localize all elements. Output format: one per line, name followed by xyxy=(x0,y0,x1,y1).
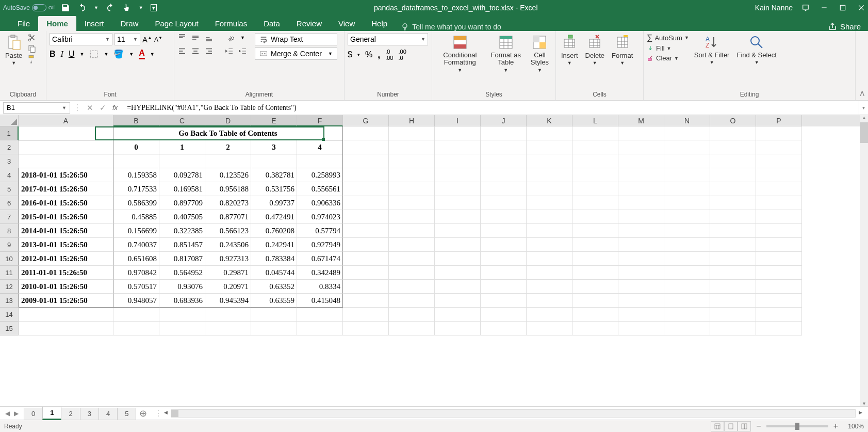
row-header[interactable]: 1 xyxy=(0,126,19,140)
cell[interactable] xyxy=(435,168,481,182)
qat-customize[interactable]: ▾ xyxy=(151,4,157,11)
cell[interactable] xyxy=(527,196,572,210)
cell[interactable] xyxy=(389,168,435,182)
increase-font-icon[interactable]: A▲ xyxy=(142,35,152,44)
cell[interactable]: 0.586399 xyxy=(113,196,159,210)
cell[interactable] xyxy=(572,308,618,322)
cell[interactable] xyxy=(481,308,527,322)
cell[interactable] xyxy=(435,196,481,210)
cell[interactable] xyxy=(159,308,205,322)
cell[interactable] xyxy=(572,266,618,280)
cell[interactable] xyxy=(756,266,802,280)
cell[interactable] xyxy=(572,154,618,168)
comma-format-icon[interactable]: , xyxy=(378,50,380,60)
sheet-tab[interactable]: 3 xyxy=(80,408,99,420)
cell[interactable]: 0.897709 xyxy=(159,196,205,210)
cell[interactable]: 0.531756 xyxy=(251,182,297,196)
cell[interactable] xyxy=(389,238,435,252)
page-layout-view-icon[interactable] xyxy=(724,421,738,431)
column-header[interactable]: O xyxy=(710,115,756,126)
cell[interactable] xyxy=(481,196,527,210)
cell[interactable]: 2009-01-01 15:26:50 xyxy=(19,294,113,308)
cell[interactable] xyxy=(710,154,756,168)
cell[interactable] xyxy=(435,182,481,196)
fill-color-icon[interactable]: 🪣 xyxy=(113,49,124,59)
cell[interactable]: 0.29871 xyxy=(205,266,251,280)
zoom-in-button[interactable]: + xyxy=(833,422,838,431)
cut-icon[interactable] xyxy=(27,33,37,42)
align-top-icon[interactable] xyxy=(177,33,187,42)
cell[interactable] xyxy=(435,224,481,238)
cell[interactable] xyxy=(389,182,435,196)
cell[interactable] xyxy=(389,252,435,266)
cell[interactable] xyxy=(481,280,527,294)
select-all-corner[interactable] xyxy=(0,115,19,126)
cell[interactable] xyxy=(435,322,481,335)
cell[interactable] xyxy=(618,322,664,335)
tab-file[interactable]: File xyxy=(9,16,38,31)
cell[interactable] xyxy=(389,154,435,168)
cell[interactable] xyxy=(664,252,710,266)
cell[interactable] xyxy=(618,252,664,266)
cell[interactable]: 0.927313 xyxy=(205,252,251,266)
cell[interactable]: 0.93076 xyxy=(159,280,205,294)
cell[interactable] xyxy=(19,322,113,335)
cell[interactable] xyxy=(19,126,113,140)
cell[interactable] xyxy=(527,280,572,294)
delete-cells-button[interactable]: Delete▼ xyxy=(583,33,607,67)
cell[interactable]: 0.945394 xyxy=(205,294,251,308)
row-header[interactable]: 7 xyxy=(0,210,19,224)
cell[interactable] xyxy=(618,280,664,294)
cell[interactable] xyxy=(389,140,435,154)
fill-button[interactable]: Fill▼ xyxy=(647,44,689,52)
cell[interactable] xyxy=(113,154,159,168)
cell[interactable]: 0.651608 xyxy=(113,252,159,266)
cell[interactable] xyxy=(572,168,618,182)
cell[interactable] xyxy=(572,280,618,294)
cell[interactable] xyxy=(572,322,618,335)
cell[interactable] xyxy=(481,294,527,308)
cell[interactable] xyxy=(205,322,251,335)
cell[interactable]: 0.123526 xyxy=(205,168,251,182)
cell-styles-button[interactable]: Cell Styles▼ xyxy=(527,33,552,74)
cell[interactable] xyxy=(618,294,664,308)
row-header[interactable]: 3 xyxy=(0,154,19,168)
cell[interactable]: 0.159358 xyxy=(113,168,159,182)
cell[interactable]: 0.956188 xyxy=(205,182,251,196)
new-sheet-button[interactable]: ⊕ xyxy=(136,408,150,419)
cell[interactable] xyxy=(389,294,435,308)
tab-draw[interactable]: Draw xyxy=(112,16,146,31)
copy-icon[interactable] xyxy=(27,44,37,53)
save-icon[interactable] xyxy=(61,3,70,12)
cell[interactable] xyxy=(756,196,802,210)
tab-page-layout[interactable]: Page Layout xyxy=(146,16,206,31)
tab-insert[interactable]: Insert xyxy=(76,16,112,31)
column-header[interactable]: C xyxy=(159,115,205,126)
row-header[interactable]: 15 xyxy=(0,322,19,335)
cell[interactable]: 2011-01-01 15:26:50 xyxy=(19,266,113,280)
cell[interactable]: 2017-01-01 15:26:50 xyxy=(19,182,113,196)
cell[interactable] xyxy=(113,322,159,335)
cell[interactable]: 0.57794 xyxy=(297,224,343,238)
cell[interactable] xyxy=(159,322,205,335)
cell[interactable]: 0.99737 xyxy=(251,196,297,210)
cell[interactable]: 0.717533 xyxy=(113,182,159,196)
cell[interactable]: 0.948057 xyxy=(113,294,159,308)
align-middle-icon[interactable] xyxy=(191,33,200,42)
redo-icon[interactable] xyxy=(106,3,115,12)
cell[interactable] xyxy=(389,322,435,335)
cell[interactable]: 0.20971 xyxy=(205,280,251,294)
orientation-icon[interactable]: ab xyxy=(227,33,236,42)
underline-button[interactable]: U xyxy=(69,50,75,59)
column-header[interactable]: M xyxy=(618,115,664,126)
conditional-formatting-button[interactable]: Conditional Formatting▼ xyxy=(435,33,485,74)
cell[interactable] xyxy=(343,252,389,266)
cell[interactable] xyxy=(343,308,389,322)
cell[interactable] xyxy=(343,140,389,154)
cell[interactable] xyxy=(664,140,710,154)
cell[interactable] xyxy=(205,154,251,168)
undo-dropdown[interactable]: ▼ xyxy=(94,5,99,10)
cell[interactable] xyxy=(572,252,618,266)
bold-button[interactable]: B xyxy=(50,50,56,59)
italic-button[interactable]: I xyxy=(61,50,63,59)
